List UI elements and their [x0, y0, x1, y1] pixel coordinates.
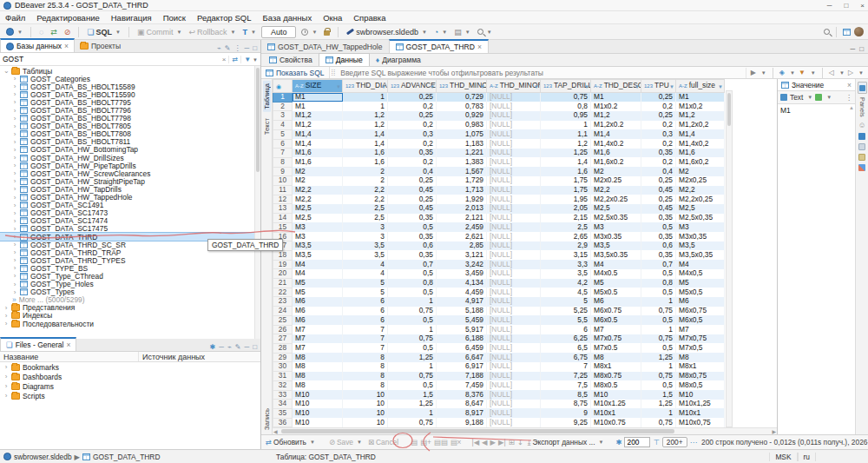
grid-cell[interactable]: 0,35 [641, 214, 676, 223]
grid-cell[interactable]: M1,2 [293, 111, 343, 121]
grid-cell[interactable]: 1,1 [541, 129, 591, 139]
menu-item[interactable]: Навигация [111, 13, 152, 23]
column-filter-icon[interactable]: ▼ [534, 82, 539, 93]
chevron-right-icon[interactable]: › [12, 194, 17, 202]
grid-cell[interactable]: M2 [676, 167, 725, 176]
grid-cell[interactable]: 0,8 [388, 279, 437, 288]
maximize-icon[interactable]: □ [844, 2, 848, 10]
grid-cell[interactable]: M2,2x0.25 [591, 195, 641, 204]
table-row[interactable]: 10M220,251,729[NULL]1,75M2x0.250,25M2x0,… [273, 176, 725, 186]
table-row[interactable]: 27M770,756,188[NULL]6,25M7x0.750,75M7x0,… [273, 334, 725, 344]
view-menu-icon[interactable]: ⋮ [233, 44, 240, 52]
chevron-right-icon[interactable]: › [12, 185, 17, 193]
table-row[interactable]: 11M2,22,20,451,713[NULL]1,75M2,20,45M2,2 [273, 186, 725, 195]
presentation-tab-text[interactable]: Текст [263, 116, 271, 137]
grid-cell[interactable]: 0,2 [641, 139, 676, 149]
grid-cell[interactable]: 8 [343, 380, 388, 390]
grid-cell[interactable]: [NULL] [487, 121, 541, 130]
grid-cell[interactable]: 1,75 [541, 186, 591, 195]
chevron-right-icon[interactable]: › [12, 169, 17, 177]
grid-cell[interactable]: M3,5 [293, 241, 343, 251]
grid-cell[interactable]: M1,2 [293, 121, 343, 130]
table-row[interactable]: 6M1,41,40,21,183[NULL]1,2M1,4x0.20,2M1,4… [273, 139, 725, 149]
grid-cell[interactable]: M5 [676, 279, 725, 288]
grid-cell[interactable]: 0,5 [641, 343, 676, 353]
aggregate-panel-icon[interactable] [858, 154, 865, 161]
grid-cell[interactable]: [NULL] [487, 111, 541, 121]
presentation-tab-record[interactable]: Запись [263, 406, 271, 433]
grid-cell[interactable]: M6x0.5 [591, 315, 641, 325]
grid-cell[interactable]: 6,188 [437, 334, 487, 344]
grid-cell[interactable]: [NULL] [487, 269, 541, 279]
fetch-settings-icon[interactable]: ✱ [615, 438, 621, 446]
grid-cell[interactable]: [NULL] [487, 400, 541, 409]
grid-cell[interactable]: M5x0.5 [591, 288, 641, 297]
grid-cell[interactable]: [NULL] [487, 334, 541, 344]
grid-cell[interactable]: 0,25 [388, 176, 437, 186]
tab-gost-data-hw-tappedhole[interactable]: GOST_DATA_HW_TappedHole [261, 41, 389, 53]
grid-cell[interactable]: 5 [343, 279, 388, 288]
grid-cell[interactable]: 2,2 [343, 195, 388, 204]
row-number[interactable]: 6 [273, 139, 293, 149]
reconnect-icon[interactable]: ⇄ [49, 27, 59, 37]
grid-cell[interactable]: M6x0,5 [676, 315, 725, 325]
column-filter-icon[interactable]: ▼ [718, 82, 723, 93]
table-row[interactable]: 8M1,61,60,21,383[NULL]1,4M1,6x0.20,2M1,6… [273, 157, 725, 167]
grid-cell[interactable]: 0,5 [641, 288, 676, 297]
table-row[interactable]: 16M330,352,621[NULL]2,65M3x0.350,35M3x0,… [273, 232, 725, 241]
grid-cell[interactable]: M10 [676, 390, 725, 400]
row-number[interactable]: 1 [273, 93, 293, 103]
grid-cell[interactable]: 7 [343, 325, 388, 334]
row-number[interactable]: 15 [273, 222, 293, 232]
grid-cell[interactable]: 3,15 [541, 250, 591, 260]
table-row[interactable]: 36M10100,759,188[NULL]9,25M10x0.750,75M1… [273, 418, 725, 427]
grid-cell[interactable]: 1,95 [541, 195, 591, 204]
table-row[interactable]: 25M660,55,459[NULL]5,5M6x0.50,5M6x0,5 [273, 315, 725, 325]
grid-cell[interactable]: 1,4 [343, 139, 388, 149]
grid-cell[interactable]: M5 [591, 279, 641, 288]
table-row[interactable]: 20M440,53,459[NULL]3,5M4x0.50,5M4x0,5 [273, 269, 725, 279]
table-row[interactable]: 28M770,56,459[NULL]6,5M7x0.50,5M7x0,5 [273, 343, 725, 353]
grid-cell[interactable]: 6 [343, 315, 388, 325]
table-row[interactable]: 32M880,57,459[NULL]7,5M8x0.50,5M8x0,5 [273, 380, 725, 390]
erase-filter-icon[interactable]: ◈ [779, 69, 785, 76]
grid-cell[interactable]: M1,6 [591, 149, 641, 158]
grid-cell[interactable]: M3,5x0.35 [591, 250, 641, 260]
column-header-tpu[interactable]: 123TPU▼ [641, 80, 676, 93]
grid-cell[interactable]: [NULL] [487, 343, 541, 353]
chevron-right-icon[interactable]: › [12, 107, 17, 115]
grid-cell[interactable]: 0,2 [641, 121, 676, 130]
column-header-thd_dia[interactable]: 123THD_DIA▼ [343, 80, 388, 93]
grid-cell[interactable]: M4x0.5 [591, 269, 641, 279]
grid-cell[interactable]: 1,25 [388, 353, 437, 362]
grid-cell[interactable]: [NULL] [487, 149, 541, 158]
row-number[interactable]: 25 [273, 315, 293, 325]
grid-cell[interactable]: M8x0,5 [676, 380, 725, 390]
grid-cell[interactable]: M8 [591, 353, 641, 362]
collapse-icon[interactable]: ─ [219, 343, 224, 351]
grid-cell[interactable]: 1,5 [388, 390, 437, 400]
row-number[interactable]: 9 [273, 167, 293, 176]
grid-cell[interactable]: 2,459 [437, 222, 487, 232]
grid-cell[interactable]: M1,6x0.2 [591, 157, 641, 167]
save-value-dropdown[interactable]: ▼ [826, 95, 832, 100]
grid-cell[interactable]: 1,221 [437, 149, 487, 158]
grid-cell[interactable]: 0,25 [388, 195, 437, 204]
value-scroll-up-icon[interactable]: ▲ [849, 105, 854, 110]
grid-cell[interactable]: 3,5 [343, 250, 388, 260]
table-row[interactable]: 18M3,53,50,353,121[NULL]3,15M3,5x0.350,3… [273, 250, 725, 260]
subtab-data[interactable]: Данные [319, 53, 370, 66]
grid-cell[interactable]: 0,4 [388, 167, 437, 176]
row-number[interactable]: 27 [273, 334, 293, 344]
chevron-right-icon[interactable]: › [12, 248, 17, 256]
grid-cell[interactable]: [NULL] [487, 279, 541, 288]
grid-cell[interactable]: 8,376 [437, 390, 487, 400]
grid-cell[interactable]: 0,45 [388, 186, 437, 195]
table-row[interactable]: 4M1,21,20,20,983[NULL]1M1,2x0.20,2M1,2x0… [273, 121, 725, 130]
disconnect-icon[interactable]: ⊘ [62, 27, 73, 37]
table-row[interactable]: 29M881,256,647[NULL]6,75M81,25M8 [273, 353, 725, 362]
grid-cell[interactable]: M2,5 [591, 204, 641, 214]
row-number[interactable]: 35 [273, 408, 293, 418]
grid-cell[interactable]: 5,25 [541, 307, 591, 316]
grid-cell[interactable]: 1,4 [541, 157, 591, 167]
